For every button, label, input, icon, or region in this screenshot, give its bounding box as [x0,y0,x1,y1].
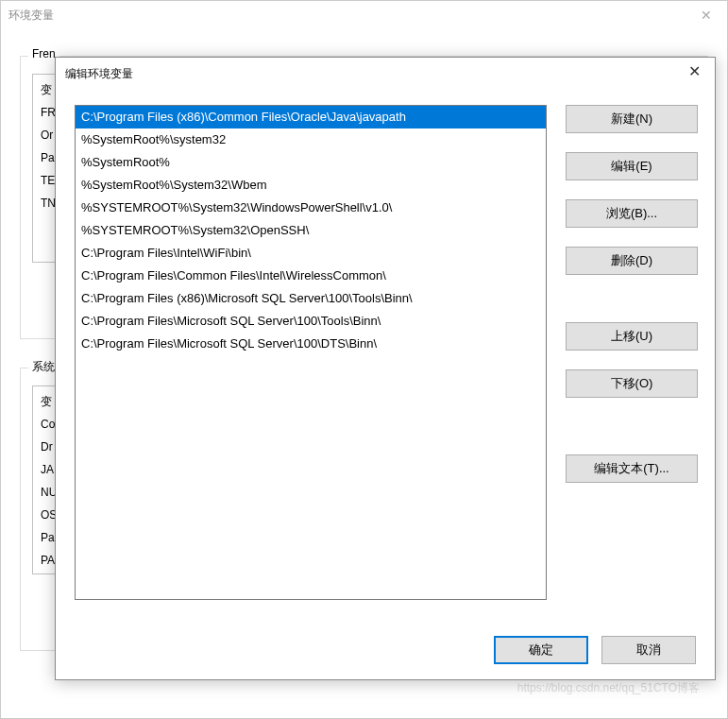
path-item[interactable]: %SystemRoot% [76,151,546,174]
edit-text-button[interactable]: 编辑文本(T)... [566,454,698,483]
edit-cancel-button[interactable]: 取消 [601,636,696,664]
edit-bottom-buttons: 确定 取消 [494,636,696,664]
path-item[interactable]: C:\Program Files\Intel\WiFi\bin\ [76,242,546,265]
new-button[interactable]: 新建(N) [566,105,698,133]
parent-title: 环境变量 [8,1,54,29]
edit-close-button[interactable]: ✕ [673,58,715,90]
path-item[interactable]: %SYSTEMROOT%\System32\WindowsPowerShell\… [76,197,546,219]
edit-button[interactable]: 编辑(E) [566,152,698,180]
path-item[interactable]: C:\Program Files\Common Files\Intel\Wire… [76,265,546,287]
parent-titlebar: 环境变量 ✕ [1,1,727,29]
path-item[interactable]: C:\Program Files\Microsoft SQL Server\10… [76,333,546,355]
path-item[interactable]: C:\Program Files\Microsoft SQL Server\10… [76,310,546,333]
path-item[interactable]: %SystemRoot%\system32 [76,128,546,151]
path-list[interactable]: C:\Program Files (x86)\Common Files\Orac… [75,105,547,600]
path-item[interactable]: C:\Program Files (x86)\Microsoft SQL Ser… [76,287,546,310]
path-item[interactable]: %SYSTEMROOT%\System32\OpenSSH\ [76,219,546,242]
side-buttons: 新建(N) 编辑(E) 浏览(B)... 删除(D) 上移(U) 下移(O) 编… [566,105,698,502]
edit-titlebar: 编辑环境变量 ✕ [56,58,715,90]
path-item[interactable]: %SystemRoot%\System32\Wbem [76,174,546,197]
parent-close-button[interactable]: ✕ [686,1,727,29]
browse-button[interactable]: 浏览(B)... [566,199,698,228]
edit-ok-button[interactable]: 确定 [494,636,588,664]
path-item[interactable]: C:\Program Files (x86)\Common Files\Orac… [76,106,546,128]
edit-body: C:\Program Files (x86)\Common Files\Orac… [56,90,715,679]
delete-button[interactable]: 删除(D) [566,247,698,275]
move-up-button[interactable]: 上移(U) [566,322,698,351]
move-down-button[interactable]: 下移(O) [566,369,698,398]
edit-title: 编辑环境变量 [65,66,673,82]
edit-env-var-dialog: 编辑环境变量 ✕ C:\Program Files (x86)\Common F… [55,57,716,680]
